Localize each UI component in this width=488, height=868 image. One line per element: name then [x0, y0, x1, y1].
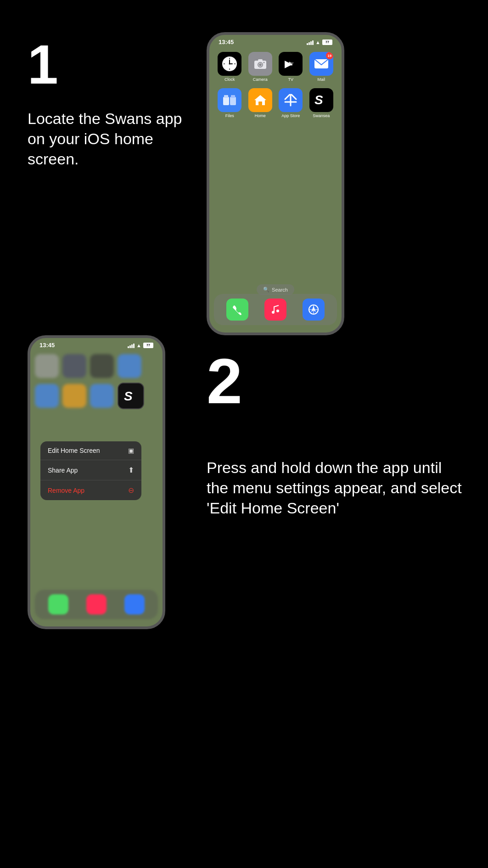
svg-rect-12 [258, 59, 263, 61]
mail-label: Mail [317, 77, 325, 82]
step1-text: Locate the Swans app on your iOS home sc… [28, 108, 184, 169]
svg-rect-19 [230, 97, 236, 105]
app-home: Home [247, 88, 274, 118]
appstore-label: App Store [281, 113, 300, 118]
dock-phone [226, 299, 248, 321]
battery-level: 77 [325, 40, 329, 44]
context-menu: Edit Home Screen ▣ Share App ⬆ Remove Ap… [40, 441, 141, 500]
clock-icon [218, 52, 241, 76]
iphone-mockup-1: 13:45 ▲ 77 [207, 32, 344, 335]
remove-app-label: Remove App [48, 487, 84, 494]
svg-rect-22 [258, 101, 262, 105]
swansea-icon: S [309, 88, 333, 112]
swansea-label: Swansea [313, 113, 330, 118]
search-bar[interactable]: 🔍 Search [257, 284, 294, 295]
svg-rect-17 [223, 97, 229, 105]
svg-point-29 [276, 310, 279, 312]
dock-music [264, 299, 286, 321]
home-label: Home [255, 113, 266, 118]
blurred-phone [48, 594, 68, 614]
signal-bar-4 [312, 40, 314, 45]
step1-description: Locate the Swans app on your iOS home sc… [28, 101, 184, 169]
signal-bar-2 [309, 42, 310, 45]
camera-icon [248, 52, 272, 76]
svg-rect-18 [224, 95, 228, 98]
blurred-music [86, 594, 107, 614]
step1-number-block: 1 [28, 37, 58, 92]
svg-point-8 [229, 63, 230, 65]
status-bar-1: 13:45 ▲ 77 [209, 35, 342, 47]
iphone-dock-1 [214, 294, 337, 325]
wifi-icon: ▲ [315, 39, 320, 45]
blurred-dock [35, 590, 158, 619]
app-files: Files [217, 88, 243, 118]
svg-point-28 [272, 311, 275, 314]
app-appstore: App Store [278, 88, 304, 118]
step1-number: 1 [28, 37, 58, 92]
signal-icon-2 [128, 343, 135, 348]
tv-label: TV [288, 77, 293, 82]
blurred-row2: S [30, 381, 163, 411]
files-icon [218, 88, 241, 112]
app-grid-row2: Files Home App Store [209, 86, 342, 123]
app-mail: 19 Mail [309, 52, 335, 82]
home-icon [248, 88, 272, 112]
context-menu-edit-homescreen[interactable]: Edit Home Screen ▣ [40, 441, 141, 460]
battery-icon-2: 77 [143, 343, 153, 348]
svg-line-26 [292, 95, 296, 99]
status-icons-2: ▲ 77 [128, 343, 153, 348]
app-swansea: S Swansea [309, 88, 335, 118]
app-camera: Camera [247, 52, 274, 82]
blurred-row1 [30, 350, 163, 381]
context-menu-remove-app[interactable]: Remove App ⊖ [40, 480, 141, 500]
step2-number-block: 2 [207, 349, 242, 413]
battery-icon: 77 [322, 39, 332, 45]
app-grid-row1: Clock Camera ▶ tv [209, 47, 342, 86]
mail-badge: 19 [326, 52, 333, 59]
signal-icon [307, 39, 314, 45]
swansea-focused-icon: S [118, 383, 144, 409]
clock-label: Clock [224, 77, 235, 82]
tv-icon: ▶ tv tv [279, 52, 303, 76]
battery-2: 77 [146, 344, 150, 347]
dock-safari [303, 299, 325, 321]
signal-bar-3 [310, 41, 312, 45]
step2-number: 2 [207, 349, 242, 413]
svg-rect-20 [231, 95, 235, 98]
status-icons-1: ▲ 77 [307, 39, 332, 45]
share-app-icon: ⬆ [128, 466, 134, 474]
step2-description-block: Press and hold down the app until the me… [207, 450, 464, 519]
app-tv: ▶ tv tv TV [278, 52, 304, 82]
edit-homescreen-label: Edit Home Screen [48, 447, 100, 454]
app-clock: Clock [217, 52, 243, 82]
share-app-label: Share App [48, 467, 78, 474]
svg-point-13 [263, 62, 264, 63]
appstore-icon [279, 88, 303, 112]
status-time-2: 13:45 [39, 342, 55, 349]
svg-line-25 [285, 95, 290, 99]
status-bar-2: 13:45 ▲ 77 [30, 338, 163, 350]
wifi-icon-2: ▲ [136, 343, 141, 348]
step2-text: Press and hold down the app until the me… [207, 457, 464, 519]
svg-point-11 [259, 63, 262, 66]
status-time-1: 13:45 [219, 39, 234, 45]
edit-homescreen-icon: ▣ [128, 447, 134, 454]
context-menu-share-app[interactable]: Share App ⬆ [40, 460, 141, 480]
mail-icon: 19 [309, 52, 333, 76]
blurred-safari [124, 594, 145, 614]
svg-text:S: S [314, 93, 323, 107]
signal-bar-1 [307, 43, 308, 45]
iphone-mockup-2: 13:45 ▲ 77 S [28, 335, 165, 629]
remove-app-icon: ⊖ [128, 486, 134, 495]
svg-text:S: S [124, 389, 133, 403]
search-label: Search [272, 287, 288, 293]
search-icon: 🔍 [263, 287, 269, 293]
camera-label: Camera [253, 77, 268, 82]
files-label: Files [225, 113, 234, 118]
